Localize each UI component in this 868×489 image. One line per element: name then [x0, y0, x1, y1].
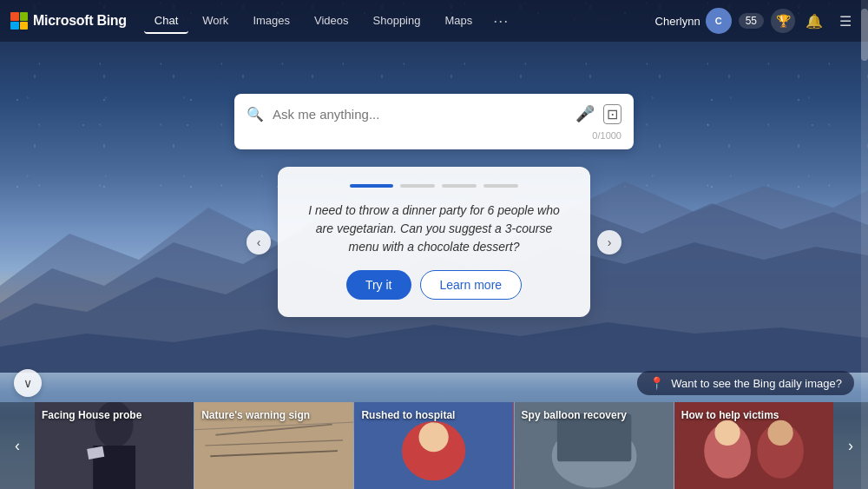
news-card-4[interactable]: Spy balloon recovery	[514, 402, 674, 489]
nav-work[interactable]: Work	[192, 9, 239, 34]
search-actions: 🎤 ⊡	[574, 102, 621, 125]
nav-shopping[interactable]: Shopping	[363, 9, 431, 34]
chevron-down-icon: ∨	[23, 376, 32, 390]
points-badge[interactable]: 55	[739, 13, 764, 29]
nav-right: Cherlynn C 55 🏆 🔔 ☰	[655, 8, 858, 34]
chevron-right-icon: ›	[848, 437, 853, 455]
points-value: 55	[746, 15, 757, 27]
nav-videos[interactable]: Videos	[304, 9, 359, 34]
svg-point-22	[714, 420, 740, 446]
search-input[interactable]	[273, 107, 565, 122]
navbar: Microsoft Bing Chat Work Images Videos S…	[0, 0, 868, 42]
news-prev-button[interactable]: ‹	[0, 402, 35, 489]
bing-image-label: Want to see the Bing daily image?	[671, 377, 842, 390]
prompt-text: I need to throw a dinner party for 6 peo…	[304, 202, 564, 256]
nav-maps[interactable]: Maps	[434, 9, 483, 34]
search-icon: 🔍	[247, 106, 264, 122]
news-card-3-title: Rushed to hospital	[361, 409, 506, 421]
news-card-3[interactable]: Rushed to hospital	[353, 402, 513, 489]
prompt-next-button[interactable]: ›	[597, 230, 621, 254]
prompt-prev-button[interactable]: ‹	[247, 230, 271, 254]
notification-bell-icon[interactable]: 🔔	[802, 9, 826, 33]
bing-daily-image-button[interactable]: 📍 Want to see the Bing daily image?	[637, 371, 854, 395]
news-card-1-title: Facing House probe	[42, 409, 187, 421]
scrollbar[interactable]	[861, 0, 868, 489]
nav-chat[interactable]: Chat	[144, 9, 188, 34]
learn-more-button[interactable]: Learn more	[420, 270, 523, 300]
nav-more-button[interactable]: ···	[486, 9, 516, 34]
camera-icon[interactable]: ⊡	[603, 104, 621, 124]
prompt-card: ‹ › I need to throw a dinner party for 6…	[278, 167, 590, 317]
svg-point-23	[767, 420, 792, 446]
user-account[interactable]: Cherlynn C	[655, 8, 732, 34]
news-card-4-title: Spy balloon recovery	[522, 409, 667, 421]
nav-links: Chat Work Images Videos Shopping Maps ··…	[144, 9, 655, 34]
bottom-toolbar: ∨ 📍 Want to see the Bing daily image?	[0, 364, 868, 402]
bottom-area: ∨ 📍 Want to see the Bing daily image? ‹	[0, 364, 868, 489]
scrollbar-thumb[interactable]	[861, 9, 868, 61]
microphone-icon[interactable]: 🎤	[574, 102, 596, 125]
microsoft-logo-icon	[10, 12, 28, 30]
search-box: 🔍 🎤 ⊡ 0/1000	[234, 94, 634, 149]
scroll-down-button[interactable]: ∨	[14, 369, 42, 397]
news-card-5[interactable]: How to help victims	[674, 402, 833, 489]
char-count: 0/1000	[247, 130, 621, 141]
hamburger-menu-icon[interactable]: ☰	[833, 9, 858, 33]
reward-icon[interactable]: 🏆	[771, 9, 795, 33]
dot-1	[350, 184, 393, 188]
progress-dots	[304, 184, 564, 188]
dot-3	[442, 184, 477, 188]
pin-icon: 📍	[649, 376, 664, 390]
news-card-1[interactable]: Facing House probe	[35, 402, 194, 489]
news-card-5-title: How to help victims	[681, 409, 826, 421]
avatar: C	[706, 8, 732, 34]
chevron-left-icon: ‹	[15, 437, 20, 455]
try-it-button[interactable]: Try it	[346, 270, 411, 300]
news-cards: Facing House probe Nature's warning sign	[35, 402, 833, 489]
prompt-actions: Try it Learn more	[304, 270, 564, 300]
search-container: 🔍 🎤 ⊡ 0/1000 ‹ › I need to throw a dinne…	[0, 94, 868, 317]
news-strip: ‹ Facing House probe	[0, 402, 868, 489]
dot-2	[400, 184, 435, 188]
nav-images[interactable]: Images	[242, 9, 300, 34]
svg-point-15	[419, 422, 449, 452]
logo-area[interactable]: Microsoft Bing	[10, 12, 127, 30]
news-card-2-title: Nature's warning sign	[201, 409, 346, 421]
dot-4	[483, 184, 518, 188]
brand-name: Microsoft Bing	[33, 13, 127, 29]
news-card-2[interactable]: Nature's warning sign	[194, 402, 353, 489]
username-label: Cherlynn	[655, 15, 700, 28]
